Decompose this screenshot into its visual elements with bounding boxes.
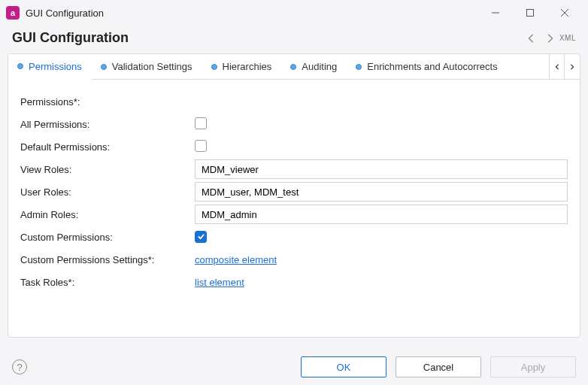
svg-rect-1 (527, 10, 534, 17)
tab-label: Enrichments and Autocorrects (367, 61, 497, 72)
tab-validation-settings[interactable]: Validation Settings (92, 54, 202, 79)
cancel-button[interactable]: Cancel (396, 356, 481, 377)
tab-scroll-nav (549, 54, 580, 79)
tab-label: Auditing (302, 61, 337, 72)
tab-label: Validation Settings (112, 61, 192, 72)
maximize-button[interactable] (513, 2, 547, 24)
minimize-button[interactable] (478, 2, 513, 24)
tab-dot-icon (17, 63, 23, 69)
view-roles-input[interactable] (195, 159, 568, 179)
nav-forward-icon[interactable] (543, 32, 556, 45)
view-roles-label: View Roles: (20, 164, 195, 175)
custom-permissions-checkbox[interactable] (195, 231, 207, 243)
tab-auditing[interactable]: Auditing (281, 54, 347, 79)
default-permissions-label: Default Permissions: (20, 141, 195, 153)
window-title: GUI Configuration (26, 8, 104, 19)
ok-button-label: OK (337, 362, 351, 373)
ok-button[interactable]: OK (301, 356, 386, 377)
close-button[interactable] (547, 2, 582, 24)
cancel-button-label: Cancel (423, 362, 453, 373)
task-roles-link[interactable]: list element (195, 277, 244, 288)
tab-enrichments[interactable]: Enrichments and Autocorrects (347, 54, 507, 79)
task-roles-label: Task Roles*: (20, 277, 195, 288)
permissions-header-label: Permissions*: (20, 96, 195, 108)
tab-dot-icon (290, 64, 296, 70)
tab-label: Hierarchies (223, 61, 272, 72)
tab-bar: Permissions Validation Settings Hierarch… (8, 54, 580, 80)
app-icon: a (6, 6, 20, 20)
window-controls (478, 2, 582, 24)
user-roles-label: User Roles: (20, 186, 195, 198)
xml-view-button[interactable]: XML (559, 34, 576, 42)
admin-roles-label: Admin Roles: (20, 209, 195, 220)
page-title: GUI Configuration (12, 30, 520, 46)
custom-permissions-label: Custom Permissions: (20, 232, 195, 243)
permissions-form: Permissions*: All Permissions: Default P… (8, 80, 580, 337)
titlebar: a GUI Configuration (0, 0, 588, 26)
tab-permissions[interactable]: Permissions (8, 54, 92, 80)
header: GUI Configuration XML (0, 26, 588, 53)
custom-permissions-settings-link[interactable]: composite element (195, 254, 277, 265)
nav-back-icon[interactable] (525, 32, 538, 45)
tab-hierarchies[interactable]: Hierarchies (202, 54, 282, 79)
tab-dot-icon (211, 64, 217, 70)
default-permissions-checkbox[interactable] (195, 140, 207, 152)
tab-dot-icon (101, 64, 107, 70)
tab-scroll-left[interactable] (550, 54, 565, 79)
apply-button: Apply (490, 356, 576, 377)
all-permissions-checkbox[interactable] (195, 117, 207, 129)
main-panel: Permissions Validation Settings Hierarch… (8, 53, 580, 338)
user-roles-input[interactable] (195, 182, 568, 202)
apply-button-label: Apply (521, 362, 546, 373)
tab-scroll-right[interactable] (565, 54, 580, 79)
admin-roles-input[interactable] (195, 205, 568, 224)
help-button[interactable]: ? (12, 359, 27, 374)
footer: ? OK Cancel Apply (0, 349, 588, 385)
tab-label: Permissions (29, 61, 82, 72)
custom-permissions-settings-label: Custom Permissions Settings*: (20, 254, 195, 265)
all-permissions-label: All Permissions: (20, 119, 195, 130)
tab-dot-icon (356, 64, 362, 70)
